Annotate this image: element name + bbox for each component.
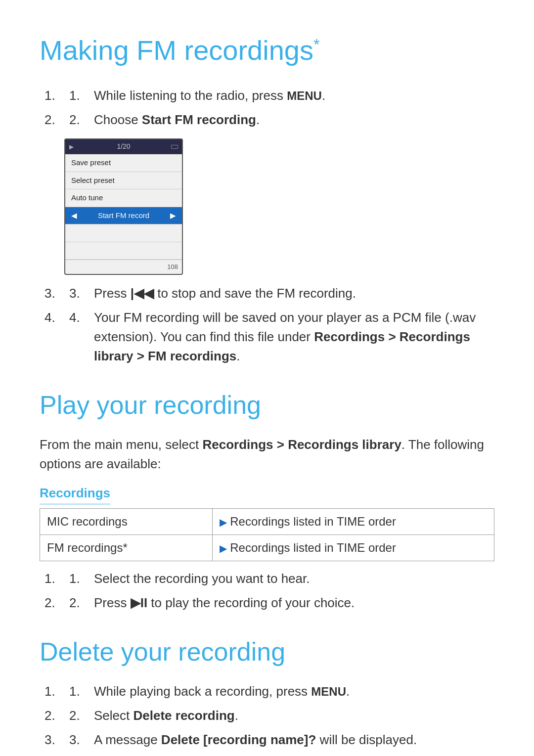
table-row: FM recordings* ▶Recordings listed in TIM… — [40, 534, 494, 561]
section-delete-recording: Delete your recording 1. While playing b… — [40, 632, 494, 756]
menu-item-start-fm-record: ◀ Start FM record ▶ — [65, 207, 182, 225]
table-cell-fm-order: ▶Recordings listed in TIME order — [213, 534, 494, 561]
device-footer: 108 — [65, 260, 182, 274]
menu-item-auto-tune: Auto tune — [65, 189, 182, 207]
device-menu: Save preset Select preset Auto tune ◀ St… — [65, 154, 182, 260]
step-d3: 3. A message Delete [recording name]? wi… — [44, 730, 494, 750]
section2-title: Play your recording — [40, 386, 494, 424]
section-making-fm-recordings: Making FM recordings* 1. While listening… — [40, 30, 494, 366]
step-s2-1: 1. Select the recording you want to hear… — [44, 569, 494, 588]
play-arrow-icon: ▶ — [220, 517, 227, 528]
section3-title: Delete your recording — [40, 632, 494, 671]
section2-steps: 1. Select the recording you want to hear… — [40, 569, 494, 613]
step-d4: 4. Press ▶▶| to confirm. — [44, 755, 494, 756]
section1-steps-continued: 3. Press |◀◀ to stop and save the FM rec… — [40, 284, 494, 366]
step-s2-2: 2. Press ▶II to play the recording of yo… — [44, 593, 494, 613]
device-battery-icon — [171, 145, 178, 149]
step-d2: 2. Select Delete recording. — [44, 706, 494, 725]
table-cell-mic-order: ▶Recordings listed in TIME order — [213, 508, 494, 534]
menu-item-select-preset: Select preset — [65, 172, 182, 190]
section1-title: Making FM recordings* — [40, 30, 494, 71]
device-header: ▶ 1/20 — [65, 139, 182, 154]
play-arrow-icon-2: ▶ — [220, 543, 227, 554]
step-d1: 1. While playing back a recording, press… — [44, 682, 494, 701]
step-4: 4. Your FM recording will be saved on yo… — [44, 308, 494, 366]
device-track: 1/20 — [117, 141, 130, 152]
step-2: 2. Choose Start FM recording. — [44, 110, 494, 130]
menu-item-empty2 — [65, 242, 182, 260]
step-1: 1. While listening to the radio, press M… — [44, 86, 494, 105]
section-play-recording: Play your recording From the main menu, … — [40, 386, 494, 613]
recordings-label: Recordings — [40, 484, 110, 504]
recordings-table: MIC recordings ▶Recordings listed in TIM… — [40, 508, 494, 561]
section3-steps: 1. While playing back a recording, press… — [40, 682, 494, 756]
menu-item-save-preset: Save preset — [65, 154, 182, 172]
section1-steps: 1. While listening to the radio, press M… — [40, 86, 494, 130]
table-row: MIC recordings ▶Recordings listed in TIM… — [40, 508, 494, 534]
step-3: 3. Press |◀◀ to stop and save the FM rec… — [44, 284, 494, 303]
menu-item-empty1 — [65, 224, 182, 242]
section2-intro: From the main menu, select Recordings > … — [40, 435, 494, 474]
device-mockup: ▶ 1/20 Save preset Select preset Auto tu… — [64, 138, 183, 275]
table-cell-mic: MIC recordings — [40, 508, 213, 534]
table-cell-fm: FM recordings* — [40, 534, 213, 561]
device-play-icon: ▶ — [69, 142, 74, 151]
